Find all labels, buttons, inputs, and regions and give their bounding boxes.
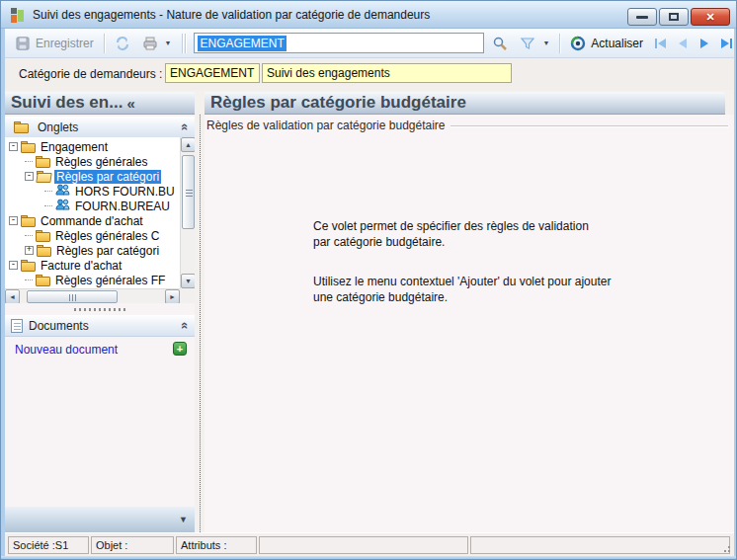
filter-dropdown-arrow-icon[interactable]: ▼ (542, 40, 549, 46)
scrollbar-corner (180, 288, 195, 303)
window-title: Suivi des engagements - Nature de valida… (33, 8, 430, 22)
tree-expander-icon[interactable]: - (9, 142, 18, 151)
info-line: une catégorie budgétaire. (313, 289, 611, 305)
maximize-button[interactable] (659, 8, 689, 26)
tree-connector (44, 191, 52, 192)
tree-item[interactable]: Règles générales FF (5, 273, 180, 287)
scroll-left-icon[interactable]: ◄ (5, 289, 20, 303)
add-document-button[interactable]: + (173, 342, 187, 356)
tree-expander-icon[interactable]: - (9, 261, 18, 270)
category-name-field[interactable]: Suivi des engagements (262, 63, 512, 83)
nav-next-button[interactable] (696, 36, 712, 51)
close-button[interactable]: ✕ (691, 8, 730, 26)
tree-item[interactable]: HORS FOURN.BU (5, 184, 180, 199)
refresh-button[interactable]: Actualiser (564, 33, 649, 54)
status-empty-cell (259, 536, 468, 554)
group-box-title: Règles de validation par catégorie budgé… (206, 119, 446, 132)
toolbar-separator (182, 34, 183, 53)
resize-grip[interactable] (721, 543, 730, 552)
tree-item-label: Engagement (39, 140, 110, 154)
folder-icon (14, 121, 29, 133)
search-button[interactable] (486, 33, 514, 54)
nav-last-button[interactable] (718, 36, 734, 51)
nav-first-button[interactable] (653, 36, 669, 51)
toolbar-separator (104, 34, 105, 53)
tree-item-label: HORS FOURN.BU (73, 185, 177, 199)
info-text: Ce volet permet de spécifier des règles … (313, 218, 611, 305)
print-dropdown-arrow-icon[interactable]: ▼ (165, 40, 172, 46)
sidebar-collapse-icon[interactable]: « (126, 95, 134, 112)
tree-item[interactable]: Règles générales (5, 154, 180, 169)
scroll-right-icon[interactable]: ► (165, 289, 180, 303)
group-box-rule (450, 125, 729, 126)
refresh-button-label: Actualiser (591, 37, 643, 50)
close-icon: ✕ (705, 11, 714, 24)
tree-item-label: Règles générales (53, 155, 149, 169)
onglets-section-header[interactable]: Onglets « (5, 117, 195, 138)
info-line: par catégorie budgétaire. (313, 234, 611, 250)
documents-section-header[interactable]: Documents « (5, 315, 195, 337)
scroll-thumb[interactable] (182, 155, 195, 229)
record-header-row: Catégorie de demandeurs : ENGAGEMENT Sui… (5, 58, 734, 90)
tree-item[interactable]: FOURN.BUREAU (5, 199, 180, 213)
navigation-tree: - Engagement Règles générales - (5, 137, 195, 303)
status-attributs: Attributs : (176, 536, 257, 554)
new-document-row: Nouveau document + (5, 341, 195, 359)
sidebar-header[interactable]: Suivi des en... « (5, 92, 195, 115)
sidebar: Onglets « - Engagement Règles gé (5, 115, 195, 532)
tree-connector (25, 161, 33, 162)
onglets-section-label: Onglets (38, 120, 182, 134)
tree-item[interactable]: - Commande d'achat (5, 213, 180, 228)
info-line: Utilisez le menu contextuel 'Ajouter' du… (313, 274, 611, 289)
title-bar[interactable]: Suivi des engagements - Nature de valida… (1, 1, 737, 29)
search-input-value: ENGAGEMENT (198, 36, 286, 51)
tree-item-selected[interactable]: - Règles par catégori (5, 169, 180, 184)
tree-expander-icon[interactable]: - (9, 216, 18, 225)
category-code-value: ENGAGEMENT (170, 66, 254, 80)
tree-item[interactable]: - Facture d'achat (5, 258, 180, 273)
search-icon (492, 36, 508, 51)
status-empty-cell (470, 536, 730, 554)
minimize-button[interactable] (627, 8, 657, 26)
tree-item[interactable]: Règles générales C (5, 228, 180, 243)
tree-item-label: Règles par catégori (54, 244, 161, 258)
refresh-icon (570, 36, 586, 51)
scroll-thumb[interactable] (27, 290, 118, 303)
tree-expander-icon[interactable]: + (25, 246, 34, 255)
new-document-link[interactable]: Nouveau document (15, 343, 118, 357)
print-button[interactable]: ▼ (136, 33, 178, 54)
sidebar-bottom-collapse-bar[interactable]: ▼ (5, 507, 195, 532)
tree-expander-icon[interactable]: - (25, 172, 34, 181)
category-code-field[interactable]: ENGAGEMENT (165, 63, 260, 83)
folder-icon (21, 215, 36, 227)
section-collapse-icon[interactable]: « (178, 123, 193, 130)
vertical-splitter[interactable] (200, 115, 201, 532)
document-icon (11, 319, 23, 333)
tree-horizontal-scrollbar[interactable]: ◄ ► (5, 288, 180, 303)
tree-item-label: Règles générales C (53, 229, 161, 243)
tree-vertical-scrollbar[interactable]: ▲ ▼ (180, 137, 195, 288)
main-panel-title: Règles par catégorie budgétaire (210, 93, 466, 113)
tree-item-label: FOURN.BUREAU (73, 200, 172, 213)
nav-previous-button[interactable] (675, 36, 691, 51)
sidebar-splitter-handle[interactable] (5, 303, 195, 315)
group-box-legend: Règles de validation par catégorie budgé… (206, 119, 728, 132)
tree-item[interactable]: + Règles par catégori (5, 243, 180, 258)
category-label: Catégorie de demandeurs : (19, 67, 162, 81)
save-icon (15, 36, 31, 51)
status-objet: Objet : (91, 536, 174, 554)
category-name-value: Suivi des engagements (267, 66, 390, 80)
tree-connector (44, 205, 52, 206)
section-collapse-icon[interactable]: « (178, 322, 193, 329)
collapse-down-icon[interactable]: ▼ (179, 515, 188, 524)
maximize-icon (669, 13, 679, 21)
save-button-label: Enregistrer (36, 37, 94, 50)
scroll-down-icon[interactable]: ▼ (181, 274, 195, 288)
search-input[interactable]: ENGAGEMENT (194, 33, 484, 53)
sync-button[interactable] (109, 33, 136, 54)
tree-item[interactable]: - Engagement (5, 139, 180, 154)
save-button[interactable]: Enregistrer (9, 33, 100, 54)
tree-item-label: Commande d'achat (39, 214, 145, 228)
filter-button[interactable]: ▼ (514, 33, 555, 54)
scroll-up-icon[interactable]: ▲ (181, 137, 195, 152)
